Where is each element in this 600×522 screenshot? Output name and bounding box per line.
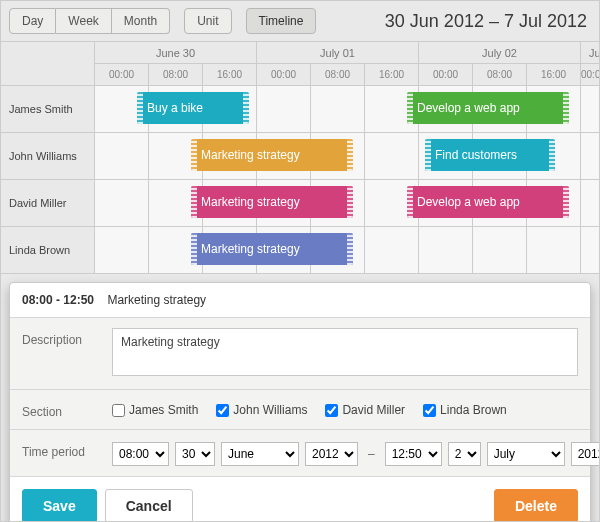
grid-cell[interactable] bbox=[581, 133, 600, 180]
dialog-event-title: Marketing strategy bbox=[107, 293, 206, 307]
event-bar[interactable]: Find customers bbox=[425, 139, 555, 171]
day-label: July 01 bbox=[257, 42, 418, 64]
view-unit-button[interactable]: Unit bbox=[184, 8, 231, 34]
save-button[interactable]: Save bbox=[22, 489, 97, 522]
person-name: Linda Brown bbox=[1, 227, 95, 274]
event-bar[interactable]: Develop a web app bbox=[407, 92, 569, 124]
person-cells[interactable]: Marketing strategyDevelop a web app bbox=[95, 180, 600, 227]
day-label: June 30 bbox=[95, 42, 256, 64]
grid-cell[interactable] bbox=[95, 227, 149, 274]
hour-label: 16:00 bbox=[527, 64, 580, 86]
event-bar[interactable]: Develop a web app bbox=[407, 186, 569, 218]
grid-cell[interactable] bbox=[365, 133, 419, 180]
view-week-button[interactable]: Week bbox=[56, 8, 111, 34]
day-header: July 0300:0008:00 bbox=[581, 42, 600, 86]
event-bar[interactable]: Marketing strategy bbox=[191, 139, 353, 171]
view-timeline-button[interactable]: Timeline bbox=[246, 8, 317, 34]
section-checkbox[interactable] bbox=[423, 404, 436, 417]
end-time-select[interactable]: 12:50 bbox=[385, 442, 442, 466]
day-header: July 0100:0008:0016:00 bbox=[257, 42, 419, 86]
day-header: June 3000:0008:0016:00 bbox=[95, 42, 257, 86]
view-buttons-group: Day Week Month bbox=[9, 8, 170, 34]
grid-cell[interactable] bbox=[581, 227, 600, 274]
person-name: John Williams bbox=[1, 133, 95, 180]
hour-label: 00:00 bbox=[257, 64, 311, 86]
section-checkbox[interactable] bbox=[325, 404, 338, 417]
event-bar[interactable]: Marketing strategy bbox=[191, 233, 353, 265]
scheduler-app: { "toolbar": { "views": ["Day", "Week", … bbox=[0, 0, 600, 522]
day-label: July 02 bbox=[419, 42, 580, 64]
cancel-button[interactable]: Cancel bbox=[105, 489, 193, 522]
event-editor-dialog: 08:00 - 12:50 Marketing strategy Descrip… bbox=[9, 282, 591, 522]
hour-label: 08:00 bbox=[473, 64, 527, 86]
start-month-select[interactable]: June bbox=[221, 442, 299, 466]
person-name: David Miller bbox=[1, 180, 95, 227]
timeperiod-group: 08:00 30 June 2012 – 12:50 2 July 2012 bbox=[112, 440, 600, 466]
day-label: July 03 bbox=[581, 42, 600, 64]
delete-button[interactable]: Delete bbox=[494, 489, 578, 522]
section-checkbox-item[interactable]: David Miller bbox=[325, 403, 405, 417]
grid-body: James SmithBuy a bikeDevelop a web appJo… bbox=[1, 86, 599, 274]
hour-label: 08:00 bbox=[311, 64, 365, 86]
grid-cell[interactable] bbox=[473, 227, 527, 274]
description-input[interactable] bbox=[112, 328, 578, 376]
section-checkbox[interactable] bbox=[112, 404, 125, 417]
section-checkbox-item[interactable]: John Williams bbox=[216, 403, 307, 417]
person-cells[interactable]: Buy a bikeDevelop a web app bbox=[95, 86, 600, 133]
hour-label: 16:00 bbox=[203, 64, 256, 86]
hour-label: 00:00 bbox=[581, 64, 600, 86]
view-day-button[interactable]: Day bbox=[9, 8, 56, 34]
dialog-time-range: 08:00 - 12:50 bbox=[22, 293, 94, 307]
dialog-header: 08:00 - 12:50 Marketing strategy bbox=[10, 283, 590, 317]
person-row: Linda BrownMarketing strategy bbox=[1, 227, 599, 274]
start-year-select[interactable]: 2012 bbox=[305, 442, 358, 466]
hour-label: 08:00 bbox=[149, 64, 203, 86]
event-bar[interactable]: Buy a bike bbox=[137, 92, 249, 124]
hour-label: 00:00 bbox=[419, 64, 473, 86]
end-month-select[interactable]: July bbox=[487, 442, 565, 466]
person-cells[interactable]: Marketing strategyFind customers bbox=[95, 133, 600, 180]
dialog-footer: Save Cancel Delete bbox=[10, 477, 590, 522]
grid-header: June 3000:0008:0016:00July 0100:0008:001… bbox=[1, 42, 599, 86]
view-month-button[interactable]: Month bbox=[112, 8, 170, 34]
section-checkbox-label: David Miller bbox=[342, 403, 405, 417]
hour-label: 16:00 bbox=[365, 64, 418, 86]
person-row: James SmithBuy a bikeDevelop a web app bbox=[1, 86, 599, 133]
day-header: July 0200:0008:0016:00 bbox=[419, 42, 581, 86]
timeperiod-label: Time period bbox=[22, 440, 112, 459]
grid-cell[interactable] bbox=[581, 180, 600, 227]
event-bar[interactable]: Marketing strategy bbox=[191, 186, 353, 218]
grid-cell[interactable] bbox=[581, 86, 600, 133]
section-checkbox-label: Linda Brown bbox=[440, 403, 507, 417]
toolbar: Day Week Month Unit Timeline 30 Jun 2012… bbox=[1, 1, 599, 41]
section-checkbox-item[interactable]: Linda Brown bbox=[423, 403, 507, 417]
grid-cell[interactable] bbox=[257, 86, 311, 133]
person-cells[interactable]: Marketing strategy bbox=[95, 227, 600, 274]
person-row: John WilliamsMarketing strategyFind cust… bbox=[1, 133, 599, 180]
people-column-header bbox=[1, 42, 95, 86]
grid-cell[interactable] bbox=[95, 133, 149, 180]
timeline-grid: June 3000:0008:0016:00July 0100:0008:001… bbox=[1, 41, 599, 274]
days-header: June 3000:0008:0016:00July 0100:0008:001… bbox=[95, 42, 600, 86]
grid-cell[interactable] bbox=[365, 227, 419, 274]
end-year-select[interactable]: 2012 bbox=[571, 442, 600, 466]
section-checkbox-group: James Smith John Williams David Miller L… bbox=[112, 400, 578, 417]
dialog-body: Description Section James Smith John Wil… bbox=[10, 317, 590, 477]
person-row: David MillerMarketing strategyDevelop a … bbox=[1, 180, 599, 227]
grid-cell[interactable] bbox=[95, 180, 149, 227]
description-label: Description bbox=[22, 328, 112, 347]
person-name: James Smith bbox=[1, 86, 95, 133]
start-time-select[interactable]: 08:00 bbox=[112, 442, 169, 466]
section-checkbox-label: James Smith bbox=[129, 403, 198, 417]
section-checkbox-label: John Williams bbox=[233, 403, 307, 417]
section-checkbox-item[interactable]: James Smith bbox=[112, 403, 198, 417]
grid-cell[interactable] bbox=[527, 227, 581, 274]
section-label: Section bbox=[22, 400, 112, 419]
time-separator: – bbox=[364, 447, 379, 461]
section-checkbox[interactable] bbox=[216, 404, 229, 417]
date-range-title: 30 Jun 2012 – 7 Jul 2012 bbox=[385, 11, 591, 32]
grid-cell[interactable] bbox=[311, 86, 365, 133]
start-day-select[interactable]: 30 bbox=[175, 442, 215, 466]
end-day-select[interactable]: 2 bbox=[448, 442, 481, 466]
grid-cell[interactable] bbox=[419, 227, 473, 274]
